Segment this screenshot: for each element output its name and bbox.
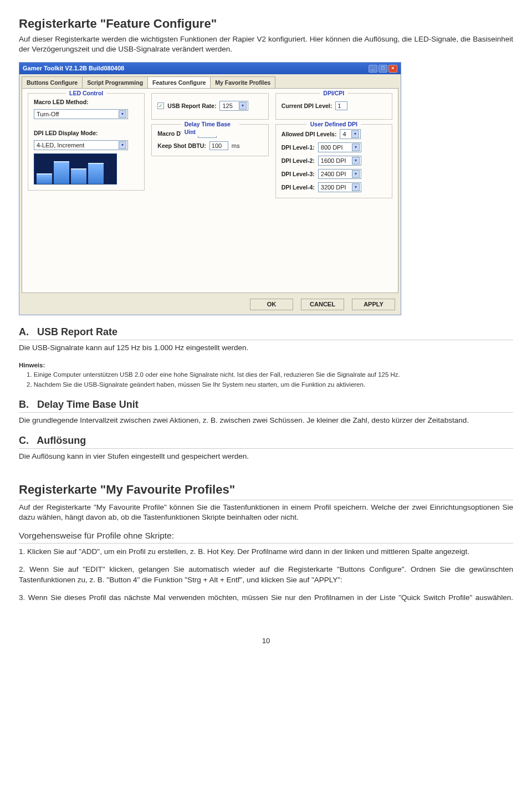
note-2: 2. Nachdem Sie die USB-Signalrate geände… [19,381,513,389]
intro-paragraph: Auf dieser Registerkarte werden die wich… [19,34,513,54]
dpi-led-value: 4-LED, Increment [37,141,84,150]
group-usb-rate: ✓ USB Report Rate: 125 ▾ [151,93,268,120]
col-left: LED Control Macro LED Method: Turn-Off ▾… [28,93,145,287]
dpi-lv4-label: DPI Level-4: [282,183,315,191]
section-c-letter: C. [19,434,34,447]
dpi-led-label: DPI LED Display Mode: [34,129,139,137]
dialog-buttons: OK CANCEL APPLY [19,296,401,315]
window-title: Gamer Toolkit V2.1.2B Build080408 [23,64,124,73]
usb-rate-dropdown[interactable]: 125 ▾ [219,101,248,111]
dpi-lv3-dropdown[interactable]: 2400 DPI ▾ [318,169,361,179]
close-icon[interactable]: × [388,65,397,73]
section-a-title: USB Report Rate [37,326,117,337]
dpi-lv1-value: 800 DPI [321,143,343,152]
col-middle: ✓ USB Report Rate: 125 ▾ Delay Time Base… [151,93,268,287]
note-label: Hinweis: [19,361,513,370]
tab-buttons-configure[interactable]: Buttons Configure [22,76,83,88]
page-title: Registerkarte "Feature Configure" [19,16,513,32]
ok-button[interactable]: OK [250,299,293,310]
section-c-heading: C. Auflösung [19,434,513,449]
section-b-title: Delay Time Base Unit [37,399,139,410]
tab-features-configure[interactable]: Features Configure [147,76,211,88]
macro-led-dropdown[interactable]: Turn-Off ▾ [34,109,128,119]
section-b-heading: B. Delay Time Base Unit [19,398,513,413]
heading-profiles: Registerkarte "My Favourite Profiles" [19,481,513,500]
section-b-letter: B. [19,398,34,411]
section-c-title: Auflösung [37,435,86,446]
chevron-down-icon: ▾ [351,130,359,138]
apply-button[interactable]: APPLY [352,299,395,310]
led-bars-preview [34,153,117,184]
section-b-body: Die grundlegende Intervallzeit zwischen … [19,416,513,425]
note-1: 1. Einige Computer unterstützen USB 2.0 … [19,371,513,380]
dpi-lv2-label: DPI Level-2: [282,157,315,165]
dpi-lv3-value: 2400 DPI [321,170,346,178]
dpi-led-dropdown[interactable]: 4-LED, Increment ▾ [34,140,128,150]
macro-led-label: Macro LED Method: [34,98,139,106]
usb-rate-value: 125 [222,102,232,110]
step-1: 1. Klicken Sie auf "ADD", um ein Profil … [19,547,513,557]
minimize-icon[interactable]: _ [369,65,377,73]
section-a-body: Die USB-Signalrate kann auf 125 Hz bis 1… [19,343,513,353]
tab-bar: Buttons Configure Script Programming Fea… [19,74,401,88]
step-3: 3. Wenn Sie dieses Profil das nächste Ma… [19,593,513,603]
chevron-down-icon: ▾ [352,170,360,178]
legend-led: LED Control [66,89,106,97]
page-number: 10 [19,636,513,646]
legend-user-dpi: User Defined DPI [307,120,361,128]
subheading-noscripts: Vorgehensweise für Profile ohne Skripte: [19,530,513,543]
cancel-button[interactable]: CANCEL [301,299,344,310]
group-dtbu: Delay Time Base Uint Macro DTBU: 100 × 3… [151,124,268,156]
allowed-levels-label: Allowed DPI Levels: [282,130,337,138]
profiles-intro: Auf der Registerkarte "My Favourite Prof… [19,503,513,522]
tab-my-favorite-profiles[interactable]: My Favorite Profiles [210,76,275,88]
chevron-down-icon: ▾ [352,143,360,151]
legend-dpi: DPI/CPI [320,89,347,97]
usb-rate-label: USB Report Rate: [167,102,216,110]
col-right: DPI/CPI Current DPI Level: 1 User Define… [275,93,392,287]
chevron-down-icon: ▾ [239,102,247,110]
titlebar: Gamer Toolkit V2.1.2B Build080408 _ □ × [19,63,401,74]
app-window: Gamer Toolkit V2.1.2B Build080408 _ □ × … [19,62,401,315]
current-dpi-label: Current DPI Level: [282,102,332,110]
allowed-levels-dropdown[interactable]: 4 ▾ [340,129,361,139]
chevron-down-icon: ▾ [352,157,360,165]
dpi-lv4-value: 3200 DPI [321,183,346,192]
chevron-down-icon: ▾ [119,141,126,149]
tab-script-programming[interactable]: Script Programming [82,76,148,88]
dpi-lv3-label: DPI Level-3: [282,170,315,178]
keep-dtbu-label: Keep Shot DBTU: [157,142,206,150]
dpi-lv1-dropdown[interactable]: 800 DPI ▾ [318,142,361,152]
section-a-heading: A. USB Report Rate [19,325,513,340]
dpi-lv1-label: DPI Level-1: [282,143,315,151]
usb-rate-checkbox[interactable]: ✓ [157,102,164,109]
dpi-lv4-dropdown[interactable]: 3200 DPI ▾ [318,182,361,192]
chevron-down-icon: ▾ [119,110,126,118]
window-buttons: _ □ × [369,65,397,73]
group-dpi: DPI/CPI Current DPI Level: 1 [275,93,392,120]
macro-led-value: Turn-Off [37,110,59,119]
legend-dtbu: Delay Time Base Uint [181,120,239,136]
group-user-dpi: User Defined DPI Allowed DPI Levels: 4 ▾… [275,124,392,198]
maximize-icon[interactable]: □ [378,65,387,73]
keep-dtbu-suffix: ms [232,142,240,150]
panel-features: LED Control Macro LED Method: Turn-Off ▾… [22,88,398,293]
keep-dtbu-input[interactable]: 100 [209,141,228,150]
allowed-levels-value: 4 [342,130,346,139]
section-a-letter: A. [19,325,34,339]
dpi-lv2-dropdown[interactable]: 1600 DPI ▾ [318,156,361,166]
chevron-down-icon: ▾ [352,183,360,191]
current-dpi-value: 1 [335,101,347,110]
section-c-body: Die Auflösung kann in vier Stufen einges… [19,452,513,462]
group-led-control: LED Control Macro LED Method: Turn-Off ▾… [28,93,145,191]
step-2: 2. Wenn Sie auf "EDIT" klicken, gelangen… [19,565,513,584]
dpi-lv2-value: 1600 DPI [321,157,346,165]
